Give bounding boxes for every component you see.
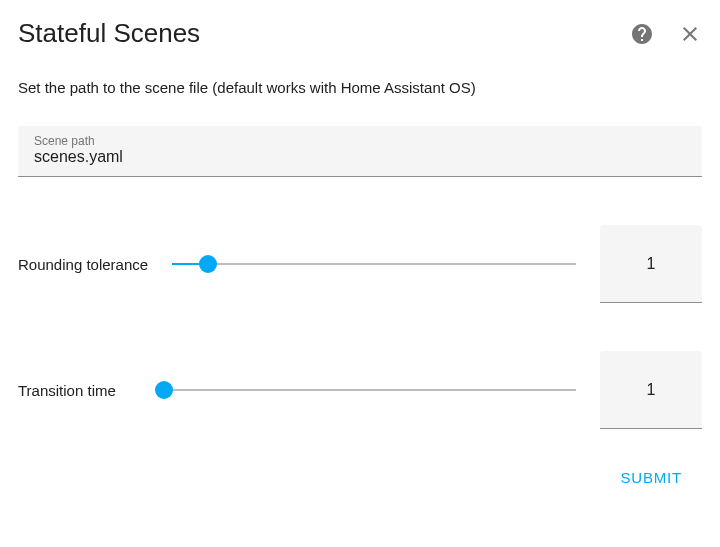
transition-time-value[interactable]: 1 bbox=[600, 351, 702, 429]
dialog-description: Set the path to the scene file (default … bbox=[18, 77, 702, 98]
scene-path-label: Scene path bbox=[34, 134, 95, 148]
scene-path-field[interactable]: Scene path bbox=[18, 126, 702, 177]
slider-thumb[interactable] bbox=[155, 381, 173, 399]
close-icon[interactable] bbox=[678, 22, 702, 46]
slider-thumb[interactable] bbox=[199, 255, 217, 273]
transition-time-slider[interactable] bbox=[164, 366, 576, 414]
header-icons bbox=[630, 22, 702, 46]
rounding-tolerance-slider[interactable] bbox=[172, 240, 576, 288]
transition-time-label: Transition time bbox=[18, 382, 116, 399]
dialog-title: Stateful Scenes bbox=[18, 18, 200, 49]
slider-track bbox=[164, 389, 576, 391]
rounding-tolerance-label: Rounding tolerance bbox=[18, 256, 148, 273]
help-icon[interactable] bbox=[630, 22, 654, 46]
dialog-actions: SUBMIT bbox=[18, 453, 702, 494]
rounding-tolerance-value-text: 1 bbox=[647, 255, 656, 273]
scene-path-input[interactable] bbox=[34, 148, 686, 166]
transition-time-value-text: 1 bbox=[647, 381, 656, 399]
dialog-header: Stateful Scenes bbox=[18, 18, 702, 49]
submit-button[interactable]: SUBMIT bbox=[609, 461, 694, 494]
transition-time-row: Transition time 1 bbox=[18, 351, 702, 429]
slider-track bbox=[172, 263, 576, 265]
rounding-tolerance-value[interactable]: 1 bbox=[600, 225, 702, 303]
rounding-tolerance-row: Rounding tolerance 1 bbox=[18, 225, 702, 303]
config-dialog: Stateful Scenes Set the path to the scen… bbox=[0, 0, 720, 494]
